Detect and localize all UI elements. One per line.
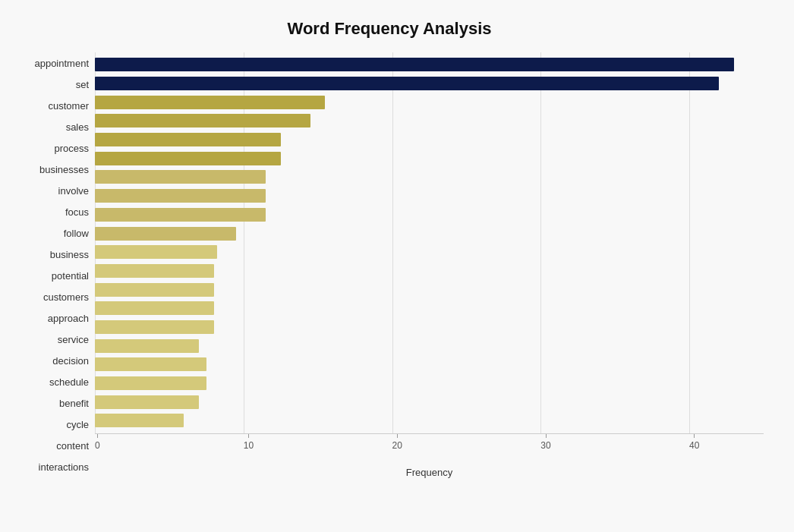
y-label: benefit — [59, 398, 89, 408]
bar — [95, 152, 281, 165]
bar-row — [95, 94, 764, 111]
x-tick-line — [397, 434, 398, 438]
bars-inner — [95, 52, 764, 433]
x-tick: 0 — [95, 434, 100, 451]
bar-row — [95, 300, 764, 316]
x-tick-line — [694, 434, 695, 438]
x-tick-label: 0 — [95, 440, 100, 451]
y-label: potential — [52, 271, 89, 281]
x-tick-label: 10 — [244, 440, 254, 451]
bar — [95, 320, 214, 334]
bar — [95, 189, 266, 203]
y-label: decision — [52, 356, 89, 366]
y-label: businesses — [39, 165, 89, 175]
bar-row — [95, 150, 764, 167]
bar — [95, 376, 206, 390]
y-label: customer — [49, 101, 89, 111]
bar-row — [95, 394, 764, 411]
bar-row — [95, 206, 764, 223]
y-label: content — [56, 441, 89, 451]
bar-row — [95, 244, 764, 260]
bar-row — [95, 282, 764, 298]
bar-row — [95, 112, 764, 129]
y-label: cycle — [66, 420, 89, 430]
bar — [95, 114, 310, 127]
bar — [95, 96, 325, 109]
x-axis: 010203040 — [95, 433, 764, 464]
bar — [95, 395, 199, 409]
y-label: follow — [64, 228, 89, 238]
bar-row — [95, 263, 764, 279]
y-label: focus — [65, 207, 89, 217]
bar — [95, 227, 236, 241]
x-tick: 10 — [244, 434, 254, 451]
bar — [95, 414, 184, 427]
bar — [95, 264, 214, 278]
bar-row — [95, 412, 764, 429]
x-tick-label: 40 — [689, 440, 699, 451]
y-label: set — [76, 80, 89, 90]
x-tick-line — [546, 434, 547, 438]
bar-row — [95, 319, 764, 335]
bar-row — [95, 131, 764, 148]
chart-container: Word Frequency Analysis appointmentsetcu… — [0, 0, 794, 532]
bar-row — [95, 338, 764, 354]
y-label: sales — [66, 122, 89, 132]
x-tick-line — [248, 434, 249, 438]
bar — [95, 170, 266, 184]
bars-section — [95, 52, 764, 433]
bar — [95, 208, 266, 222]
bar — [95, 357, 206, 371]
y-label: schedule — [49, 377, 89, 387]
bars-and-x: 010203040 Frequency — [95, 52, 764, 478]
y-label: process — [54, 143, 89, 153]
x-axis-title: Frequency — [95, 467, 764, 478]
bar — [95, 58, 734, 71]
y-label: customers — [43, 292, 89, 302]
y-label: service — [58, 335, 89, 345]
bar — [95, 133, 281, 146]
bar-row — [95, 225, 764, 242]
bar — [95, 339, 199, 353]
bar — [95, 283, 214, 297]
x-tick-line — [97, 434, 98, 438]
bar-row — [95, 56, 764, 73]
x-tick-label: 30 — [540, 440, 550, 451]
bar — [95, 245, 217, 259]
bar-row — [95, 375, 764, 392]
x-tick: 40 — [689, 434, 699, 451]
y-label: interactions — [39, 462, 89, 472]
chart-title: Word Frequency Analysis — [15, 15, 764, 39]
bar — [95, 77, 719, 90]
bar — [95, 301, 214, 315]
x-tick-label: 20 — [392, 440, 402, 451]
y-label: appointment — [34, 58, 89, 68]
chart-area: appointmentsetcustomersalesprocessbusine… — [15, 52, 764, 478]
y-label: business — [50, 250, 89, 260]
y-label: approach — [48, 313, 89, 323]
y-labels: appointmentsetcustomersalesprocessbusine… — [15, 52, 95, 478]
bar-row — [95, 168, 764, 185]
x-tick: 20 — [392, 434, 402, 451]
y-label: involve — [58, 186, 89, 196]
bar-row — [95, 75, 764, 92]
bar-row — [95, 187, 764, 204]
x-tick: 30 — [540, 434, 550, 451]
bar-row — [95, 356, 764, 373]
